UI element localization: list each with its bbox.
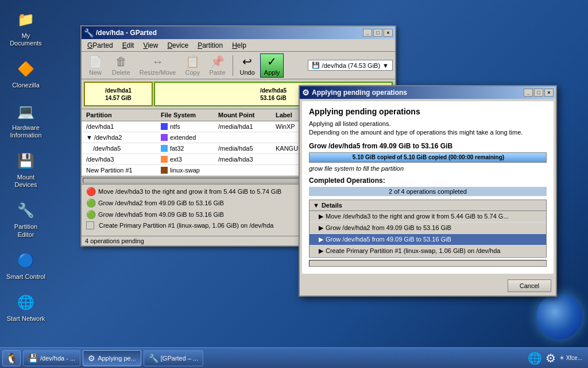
taskbar-right: 🌐 ⚙ ☀ Xfce... [528, 351, 586, 365]
apply-icon: ✓ [267, 55, 277, 68]
network-orb [536, 293, 582, 339]
resize-button[interactable]: ↔ Resize/Move [136, 53, 180, 78]
details-item[interactable]: ▶ Move /dev/hda3 to the right and grow i… [310, 211, 546, 223]
progress-text: 5.10 GiB copied of 5.10 GiB copied (00:0… [310, 153, 546, 162]
window-controls: _ □ × [363, 29, 393, 37]
menu-bar: GParted Edit View Device Partition Help [82, 39, 395, 52]
checkbox-icon [86, 221, 94, 229]
dialog-scrollbar[interactable] [309, 260, 547, 267]
paste-button[interactable]: 📌 Paste [205, 53, 229, 78]
applying-maximize[interactable]: □ [534, 89, 543, 97]
dialog-description: Applying all listed operations. Dependin… [309, 120, 547, 137]
partition-block-hda1[interactable]: /dev/hda1 14.57 GiB [84, 82, 153, 106]
progress-highlight: 5.10 GiB copied [351, 154, 397, 160]
taskbar-btn-hda-icon: 💾 [28, 354, 38, 363]
gparted-title: /dev/hda - GParted [96, 29, 157, 37]
menu-device[interactable]: Device [163, 39, 193, 51]
dialog-content: Applying pending operations Applying all… [302, 101, 554, 274]
progress-label: grow file system to fill the partition [309, 165, 547, 172]
applying-minimize[interactable]: _ [524, 89, 533, 97]
gparted-titlebar: 🔧 /dev/hda - GParted _ □ × [82, 26, 395, 39]
taskbar-btn-gparted-icon: 🔧 [149, 354, 158, 363]
taskbar-clock: ☀ Xfce... [559, 355, 582, 361]
details-expand-icon: ▶ [319, 236, 323, 243]
taskbar-network-icon: 🌐 [528, 351, 542, 365]
details-item[interactable]: ▶ Create Primary Partition #1 (linux-swa… [310, 246, 546, 257]
dialog-footer: Cancel [300, 276, 556, 296]
drive-selector[interactable]: 💾 /dev/hda (74.53 GiB) ▼ [308, 60, 393, 71]
resize-icon: ↔ [152, 55, 164, 68]
my-documents-icon[interactable]: 📁 My Documents [3, 6, 49, 49]
taskbar-btn-applying[interactable]: ⚙ Applying pe... [83, 350, 141, 366]
taskbar-settings-icon: ⚙ [546, 351, 556, 365]
progress-bar: 5.10 GiB copied of 5.10 GiB copied (00:0… [309, 152, 547, 163]
undo-icon: ↩ [242, 55, 252, 68]
start-network-icon[interactable]: 🌐 Start Network [3, 289, 49, 325]
taskbar: 🐧 💾 /dev/hda - ... ⚙ Applying pe... 🔧 [G… [0, 347, 588, 368]
toolbar: 📄 New 🗑 Delete ↔ Resize/Move 📋 Copy 📌 Pa… [82, 52, 395, 79]
dropdown-arrow: ▼ [382, 62, 389, 69]
menu-gparted[interactable]: GParted [83, 39, 118, 51]
undo-button[interactable]: ↩ Undo [236, 53, 259, 78]
applying-title: Applying pending operations [312, 89, 407, 97]
clonezilla-icon[interactable]: 🔶 Clonezilla [3, 55, 49, 91]
details-item[interactable]: ▶ Grow /dev/hda2 from 49.09 GiB to 53.16… [310, 223, 546, 234]
applying-dialog-controls: _ □ × [524, 89, 554, 97]
menu-view[interactable]: View [138, 39, 163, 51]
applying-dialog: ⚙ Applying pending operations _ □ × Appl… [299, 85, 557, 297]
details-expand-icon: ▶ [319, 213, 323, 220]
current-op-header: Grow /dev/hda5 from 49.09 GiB to 53.16 G… [309, 142, 547, 150]
toolbar-separator [233, 55, 233, 76]
details-item-highlighted[interactable]: ▶ Grow /dev/hda5 from 49.09 GiB to 53.16… [310, 234, 546, 246]
details-arrow: ▼ [313, 202, 319, 209]
copy-button[interactable]: 📋 Copy [181, 53, 204, 78]
toolbar-right: 💾 /dev/hda (74.53 GiB) ▼ [308, 60, 393, 71]
applying-title-icon: ⚙ [302, 88, 310, 97]
applying-dialog-titlebar: ⚙ Applying pending operations _ □ × [300, 86, 556, 99]
delete-button[interactable]: 🗑 Delete [108, 53, 134, 78]
start-button[interactable]: 🐧 [2, 350, 21, 366]
completed-bar: 2 of 4 operations completed [309, 187, 547, 196]
details-header[interactable]: ▼ Details [310, 200, 546, 211]
maximize-button[interactable]: □ [373, 29, 382, 37]
taskbar-btn-applying-icon: ⚙ [88, 354, 95, 363]
menu-help[interactable]: Help [227, 39, 251, 51]
partition-editor-icon[interactable]: 🔧 Partition Editor [3, 197, 49, 240]
cancel-button[interactable]: Cancel [508, 279, 551, 292]
delete-icon: 🗑 [115, 55, 127, 68]
close-button[interactable]: × [384, 29, 393, 37]
menu-partition[interactable]: Partition [193, 39, 227, 51]
taskbar-btn-hda[interactable]: 💾 /dev/hda - ... [23, 350, 80, 366]
new-icon: 📄 [88, 55, 103, 68]
applying-close[interactable]: × [544, 89, 554, 97]
hardware-information-icon[interactable]: 💻 Hardware Information [3, 98, 49, 141]
new-button[interactable]: 📄 New [84, 53, 107, 78]
mount-devices-icon[interactable]: 💾 Mount Devices [3, 147, 49, 191]
details-expand-icon: ▶ [319, 247, 323, 255]
smart-control-icon[interactable]: 🔵 Smart Control [3, 247, 49, 283]
details-section: ▼ Details ▶ Move /dev/hda3 to the right … [309, 200, 547, 258]
desktop-icons: 📁 My Documents 🔶 Clonezilla 💻 Hardware I… [0, 0, 52, 334]
menu-edit[interactable]: Edit [118, 39, 139, 51]
dialog-heading: Applying pending operations [309, 107, 547, 116]
details-expand-icon: ▶ [319, 224, 323, 232]
minimize-button[interactable]: _ [363, 29, 372, 37]
gparted-title-icon: 🔧 [84, 28, 94, 37]
taskbar-btn-gparted[interactable]: 🔧 [GParted – ... [144, 350, 203, 366]
copy-icon: 📋 [185, 55, 200, 68]
drive-icon: 💾 [312, 62, 320, 69]
paste-icon: 📌 [210, 55, 225, 68]
apply-button[interactable]: ✓ Apply [260, 53, 284, 78]
completed-header: Completed Operations: [309, 177, 547, 185]
details-scroll[interactable]: ▶ Move /dev/hda3 to the right and grow i… [310, 211, 546, 257]
